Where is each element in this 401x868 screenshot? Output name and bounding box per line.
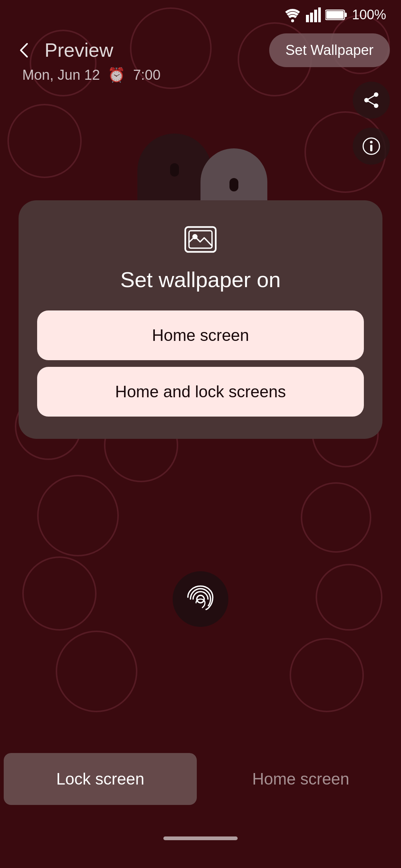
svg-rect-3 — [314, 10, 317, 22]
status-icons: 100% — [284, 7, 386, 23]
modal-title: Set wallpaper on — [120, 267, 281, 292]
svg-rect-1 — [306, 15, 309, 22]
info-button[interactable] — [353, 128, 390, 165]
svg-rect-14 — [370, 145, 372, 151]
set-wallpaper-button[interactable]: Set Wallpaper — [269, 33, 390, 67]
svg-rect-2 — [310, 13, 313, 22]
set-wallpaper-modal: Set wallpaper on Home screen Home and lo… — [19, 200, 382, 439]
wifi-icon — [284, 7, 301, 22]
svg-point-0 — [291, 19, 294, 22]
status-bar: 100% — [0, 0, 401, 30]
modal-icon — [180, 223, 221, 256]
action-buttons — [353, 82, 390, 165]
navigation-bar — [0, 809, 401, 868]
bottom-tabs: Lock screen Home screen — [0, 749, 401, 809]
share-icon — [362, 91, 381, 109]
home-screen-button[interactable]: Home screen — [37, 310, 364, 360]
svg-rect-6 — [326, 11, 343, 19]
svg-point-15 — [370, 141, 373, 144]
fingerprint-area — [173, 571, 228, 627]
battery-icon — [325, 9, 348, 21]
signal-icon — [306, 7, 321, 22]
lock-screen-tab[interactable]: Lock screen — [4, 753, 197, 805]
battery-level: 100% — [352, 7, 386, 23]
wallpaper-icon — [184, 226, 217, 253]
app-bar-title: Preview — [45, 39, 113, 61]
fingerprint-icon — [184, 582, 217, 616]
app-bar: Preview Set Wallpaper — [0, 30, 401, 70]
share-button[interactable] — [353, 82, 390, 119]
nav-pill — [163, 836, 238, 840]
svg-line-12 — [366, 100, 376, 106]
info-icon — [362, 137, 381, 155]
fingerprint-button[interactable] — [173, 571, 228, 627]
svg-line-11 — [366, 95, 376, 100]
svg-rect-7 — [345, 13, 347, 17]
svg-rect-4 — [318, 7, 321, 22]
home-screen-tab[interactable]: Home screen — [204, 753, 397, 805]
back-button[interactable] — [11, 37, 37, 63]
home-and-lock-button[interactable]: Home and lock screens — [37, 367, 364, 417]
